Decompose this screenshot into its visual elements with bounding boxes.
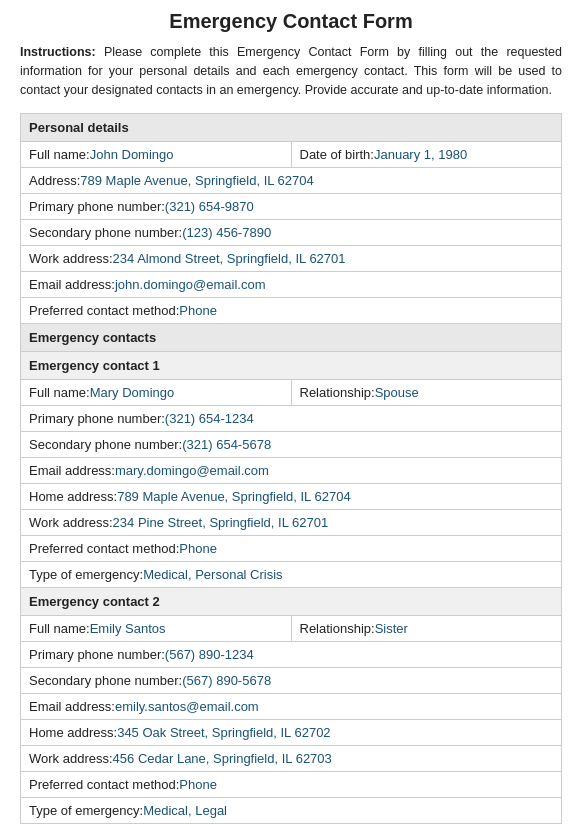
c1-contact-method-value: Phone xyxy=(179,541,217,556)
c2-work-address-label: Work address: xyxy=(29,751,113,766)
c2-contact-method-label: Preferred contact method: xyxy=(29,777,179,792)
c1-emergency-type-row: Type of emergency:Medical, Personal Cris… xyxy=(21,562,562,588)
contact-method-label: Preferred contact method: xyxy=(29,303,179,318)
c2-primary-phone-cell: Primary phone number:(567) 890-1234 xyxy=(21,642,562,668)
c1-work-address-value: 234 Pine Street, Springfield, IL 62701 xyxy=(113,515,329,530)
personal-details-header: Personal details xyxy=(21,114,562,142)
c2-work-address-row: Work address:456 Cedar Lane, Springfield… xyxy=(21,746,562,772)
secondary-phone-label: Secondary phone number: xyxy=(29,225,182,240)
c2-primary-phone-label: Primary phone number: xyxy=(29,647,165,662)
c1-email-label: Email address: xyxy=(29,463,115,478)
c1-contact-method-cell: Preferred contact method:Phone xyxy=(21,536,562,562)
c2-email-value: emily.santos@email.com xyxy=(115,699,259,714)
address-value: 789 Maple Avenue, Springfield, IL 62704 xyxy=(80,173,313,188)
c1-contact-method-label: Preferred contact method: xyxy=(29,541,179,556)
c1-primary-phone-value: (321) 654-1234 xyxy=(165,411,254,426)
email-cell: Email address:john.domingo@email.com xyxy=(21,272,562,298)
c1-work-address-row: Work address:234 Pine Street, Springfiel… xyxy=(21,510,562,536)
c1-work-address-cell: Work address:234 Pine Street, Springfiel… xyxy=(21,510,562,536)
secondary-phone-row: Secondary phone number:(123) 456-7890 xyxy=(21,220,562,246)
email-value: john.domingo@email.com xyxy=(115,277,266,292)
dob-value: January 1, 1980 xyxy=(374,147,467,162)
c1-name-cell: Full name:Mary Domingo xyxy=(21,380,292,406)
c2-emergency-type-label: Type of emergency: xyxy=(29,803,143,818)
c1-email-row: Email address:mary.domingo@email.com xyxy=(21,458,562,484)
contact1-header: Emergency contact 1 xyxy=(21,352,562,380)
form-table: Personal details Full name:John Domingo … xyxy=(20,113,562,824)
secondary-phone-cell: Secondary phone number:(123) 456-7890 xyxy=(21,220,562,246)
c2-work-address-cell: Work address:456 Cedar Lane, Springfield… xyxy=(21,746,562,772)
c2-home-address-label: Home address: xyxy=(29,725,117,740)
contact2-header: Emergency contact 2 xyxy=(21,588,562,616)
c1-home-address-value: 789 Maple Avenue, Springfield, IL 62704 xyxy=(117,489,350,504)
address-cell: Address:789 Maple Avenue, Springfield, I… xyxy=(21,168,562,194)
dob-label: Date of birth: xyxy=(300,147,374,162)
c2-secondary-phone-row: Secondary phone number:(567) 890-5678 xyxy=(21,668,562,694)
emergency-contacts-header: Emergency contacts xyxy=(21,324,562,352)
c2-rel-label: Relationship: xyxy=(300,621,375,636)
c2-secondary-phone-label: Secondary phone number: xyxy=(29,673,182,688)
work-address-value: 234 Almond Street, Springfield, IL 62701 xyxy=(113,251,346,266)
contact2-header-row: Emergency contact 2 xyxy=(21,588,562,616)
c1-secondary-phone-label: Secondary phone number: xyxy=(29,437,182,452)
instructions: Instructions: Please complete this Emerg… xyxy=(20,43,562,99)
work-address-row: Work address:234 Almond Street, Springfi… xyxy=(21,246,562,272)
c2-work-address-value: 456 Cedar Lane, Springfield, IL 62703 xyxy=(113,751,332,766)
c2-email-cell: Email address:emily.santos@email.com xyxy=(21,694,562,720)
contact-method-value: Phone xyxy=(179,303,217,318)
c2-emergency-type-row: Type of emergency:Medical, Legal xyxy=(21,798,562,824)
c2-rel-cell: Relationship:Sister xyxy=(291,616,562,642)
c2-name-label: Full name: xyxy=(29,621,90,636)
c2-contact-method-cell: Preferred contact method:Phone xyxy=(21,772,562,798)
secondary-phone-value: (123) 456-7890 xyxy=(182,225,271,240)
c1-rel-value: Spouse xyxy=(375,385,419,400)
c1-name-rel-row: Full name:Mary Domingo Relationship:Spou… xyxy=(21,380,562,406)
c1-emergency-type-value: Medical, Personal Crisis xyxy=(143,567,282,582)
c2-secondary-phone-cell: Secondary phone number:(567) 890-5678 xyxy=(21,668,562,694)
c1-contact-method-row: Preferred contact method:Phone xyxy=(21,536,562,562)
c1-primary-phone-row: Primary phone number:(321) 654-1234 xyxy=(21,406,562,432)
c2-home-address-cell: Home address:345 Oak Street, Springfield… xyxy=(21,720,562,746)
full-name-label: Full name: xyxy=(29,147,90,162)
primary-phone-row: Primary phone number:(321) 654-9870 xyxy=(21,194,562,220)
primary-phone-cell: Primary phone number:(321) 654-9870 xyxy=(21,194,562,220)
email-row: Email address:john.domingo@email.com xyxy=(21,272,562,298)
c2-contact-method-value: Phone xyxy=(179,777,217,792)
work-address-cell: Work address:234 Almond Street, Springfi… xyxy=(21,246,562,272)
c1-secondary-phone-cell: Secondary phone number:(321) 654-5678 xyxy=(21,432,562,458)
personal-details-header-row: Personal details xyxy=(21,114,562,142)
c2-email-row: Email address:emily.santos@email.com xyxy=(21,694,562,720)
contact-method-cell: Preferred contact method:Phone xyxy=(21,298,562,324)
c2-primary-phone-value: (567) 890-1234 xyxy=(165,647,254,662)
c2-emergency-type-cell: Type of emergency:Medical, Legal xyxy=(21,798,562,824)
c2-emergency-type-value: Medical, Legal xyxy=(143,803,227,818)
name-dob-row: Full name:John Domingo Date of birth:Jan… xyxy=(21,142,562,168)
c1-home-address-row: Home address:789 Maple Avenue, Springfie… xyxy=(21,484,562,510)
c1-rel-cell: Relationship:Spouse xyxy=(291,380,562,406)
c1-home-address-label: Home address: xyxy=(29,489,117,504)
c1-emergency-type-cell: Type of emergency:Medical, Personal Cris… xyxy=(21,562,562,588)
c1-home-address-cell: Home address:789 Maple Avenue, Springfie… xyxy=(21,484,562,510)
c1-work-address-label: Work address: xyxy=(29,515,113,530)
address-row: Address:789 Maple Avenue, Springfield, I… xyxy=(21,168,562,194)
c2-name-value: Emily Santos xyxy=(90,621,166,636)
c2-contact-method-row: Preferred contact method:Phone xyxy=(21,772,562,798)
c1-emergency-type-label: Type of emergency: xyxy=(29,567,143,582)
address-label: Address: xyxy=(29,173,80,188)
dob-cell: Date of birth:January 1, 1980 xyxy=(291,142,562,168)
c1-email-cell: Email address:mary.domingo@email.com xyxy=(21,458,562,484)
contact1-header-row: Emergency contact 1 xyxy=(21,352,562,380)
c1-secondary-phone-row: Secondary phone number:(321) 654-5678 xyxy=(21,432,562,458)
work-address-label: Work address: xyxy=(29,251,113,266)
instructions-label: Instructions: xyxy=(20,45,96,59)
c2-home-address-value: 345 Oak Street, Springfield, IL 62702 xyxy=(117,725,330,740)
page-title: Emergency Contact Form xyxy=(20,10,562,33)
c1-secondary-phone-value: (321) 654-5678 xyxy=(182,437,271,452)
email-label: Email address: xyxy=(29,277,115,292)
c1-name-label: Full name: xyxy=(29,385,90,400)
c1-name-value: Mary Domingo xyxy=(90,385,175,400)
full-name-value: John Domingo xyxy=(90,147,174,162)
c2-primary-phone-row: Primary phone number:(567) 890-1234 xyxy=(21,642,562,668)
primary-phone-value: (321) 654-9870 xyxy=(165,199,254,214)
c1-primary-phone-label: Primary phone number: xyxy=(29,411,165,426)
